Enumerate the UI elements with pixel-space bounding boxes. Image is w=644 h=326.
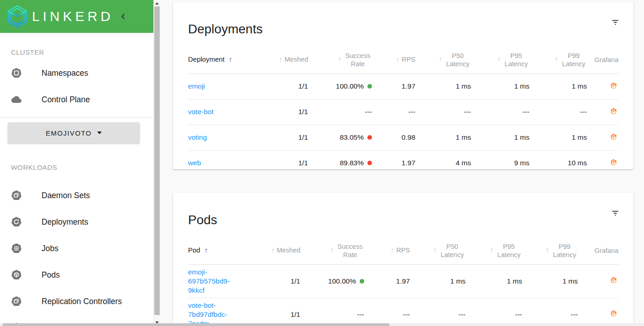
sort-arrow-icon: ↑ xyxy=(490,246,494,253)
namespace-selector-button[interactable]: EMOJIVOTO xyxy=(8,122,140,143)
pod-link[interactable]: emoji-697b575bd9-9kkcf xyxy=(188,268,242,295)
column-header-rps[interactable]: ↑RPS xyxy=(364,242,410,265)
sort-arrow-icon: ↑ xyxy=(271,246,275,254)
namespace-selector-label: EMOJIVOTO xyxy=(46,129,92,137)
column-header-p99-latency[interactable]: ↑P99 Latency xyxy=(529,52,587,74)
column-header-p95-latency[interactable]: ↑P95 Latency xyxy=(466,242,522,265)
meshed-cell: 1/1 xyxy=(266,125,308,150)
sort-arrow-icon: ↑ xyxy=(396,55,400,63)
p95-cell: 1 ms xyxy=(471,125,529,150)
deployment-link[interactable]: voting xyxy=(188,133,207,142)
p95-cell: 9 ms xyxy=(471,150,529,169)
sidebar-scrollbar-thumb[interactable] xyxy=(154,6,160,315)
sort-arrow-icon: ↑ xyxy=(391,246,394,254)
sidebar-item-label: Namespaces xyxy=(42,68,88,78)
deployments-card-title: Deployments xyxy=(188,22,262,37)
column-header-p50-latency[interactable]: ↑P50 Latency xyxy=(410,242,466,265)
workloads-section-caption: WORKLOADS xyxy=(11,163,153,171)
pods-icon xyxy=(11,269,22,280)
filter-list-icon xyxy=(611,209,620,218)
sidebar-header: LINKERD xyxy=(0,0,153,33)
pods-card-title: Pods xyxy=(188,213,217,227)
rps-cell: 0.98 xyxy=(372,125,415,150)
sidebar-scrollbar xyxy=(153,0,160,326)
column-header-meshed[interactable]: ↑Meshed xyxy=(242,242,300,265)
sort-arrow-icon: ↑ xyxy=(330,246,334,253)
p95-cell: --- xyxy=(466,298,522,326)
sidebar-item-control-plane[interactable]: Control Plane xyxy=(0,86,153,113)
success-rate-dot xyxy=(360,279,364,284)
grafana-icon[interactable] xyxy=(610,310,618,317)
p95-cell: 1 ms xyxy=(471,74,529,99)
column-header-p99-latency[interactable]: ↑P99 Latency xyxy=(522,242,578,265)
p95-cell: --- xyxy=(471,99,529,125)
p99-cell: 1 ms xyxy=(522,264,578,298)
sidebar-item-label: Jobs xyxy=(42,244,58,253)
pod-link[interactable]: vote-bot-7bd97dfbdc-7psdm xyxy=(188,301,242,326)
sort-arrow-icon: ↑ xyxy=(279,55,283,63)
app-title: LINKERD xyxy=(32,9,114,24)
column-header-rps[interactable]: ↑RPS xyxy=(372,52,415,74)
p99-cell: 1 ms xyxy=(529,74,587,99)
p50-cell: 1 ms xyxy=(415,125,471,150)
column-header-grafana: Grafana xyxy=(578,242,618,265)
sidebar-item-pods[interactable]: Pods xyxy=(0,262,153,288)
filter-list-icon xyxy=(611,18,620,27)
sort-arrow-icon: ↑ xyxy=(497,55,501,63)
sidebar-item-label: Replication Controllers xyxy=(42,297,122,306)
sidebar-item-namespaces[interactable]: Namespaces xyxy=(0,60,153,86)
table-row: voting 1/1 83.05% 0.98 1 ms 1 ms 1 ms xyxy=(188,125,618,150)
grafana-icon[interactable] xyxy=(610,276,618,284)
sidebar-collapse-button[interactable] xyxy=(118,11,128,21)
p99-cell: 1 ms xyxy=(529,125,587,150)
deployments-table: Deployment↑ ↑Meshed ↑Success Rate ↑RPS ↑… xyxy=(188,52,618,170)
meshed-cell: 1/1 xyxy=(242,298,300,326)
filter-button[interactable] xyxy=(609,16,622,29)
p50-cell: --- xyxy=(410,298,466,326)
column-header-p50-latency[interactable]: ↑P50 Latency xyxy=(415,52,471,74)
column-header-success-rate[interactable]: ↑Success Rate xyxy=(308,52,372,74)
horizontal-scrollbar-thumb[interactable] xyxy=(3,323,389,326)
caret-down-icon xyxy=(97,131,102,134)
grafana-icon[interactable] xyxy=(610,82,618,89)
scroll-up-arrow-icon[interactable] xyxy=(155,2,159,5)
sidebar-item-label: Deployments xyxy=(42,217,88,227)
success-rate-cell: 100.00% xyxy=(308,74,372,99)
cloud-icon xyxy=(11,94,22,105)
deployment-link[interactable]: vote-bot xyxy=(188,107,214,116)
sidebar-item-label: Control Plane xyxy=(42,95,90,105)
sidebar-item-jobs[interactable]: Jobs xyxy=(0,235,153,262)
sidebar-item-label: Pods xyxy=(42,270,60,280)
sidebar-item-replication-controllers[interactable]: Replication Controllers xyxy=(0,288,153,315)
namespaces-icon xyxy=(11,68,22,79)
column-header-p95-latency[interactable]: ↑P95 Latency xyxy=(471,52,529,74)
deployment-link[interactable]: emoji xyxy=(188,82,205,91)
main-content: Deployments Deployment↑ ↑Meshed ↑Success… xyxy=(160,0,644,326)
success-rate-cell: --- xyxy=(308,99,372,125)
meshed-cell: 1/1 xyxy=(266,99,308,125)
rps-cell: 1.97 xyxy=(372,74,415,99)
rps-cell: 1.97 xyxy=(364,264,410,298)
table-row: vote-bot-7bd97dfbdc-7psdm 1/1 --- --- --… xyxy=(188,298,618,326)
horizontal-scrollbar xyxy=(0,323,644,326)
grafana-icon[interactable] xyxy=(610,107,618,115)
success-rate-cell: 83.05% xyxy=(308,125,372,150)
sidebar-item-label: Daemon Sets xyxy=(42,191,90,200)
column-header-pod[interactable]: Pod↑ xyxy=(188,242,242,265)
column-header-meshed[interactable]: ↑Meshed xyxy=(266,52,308,74)
sidebar-divider xyxy=(0,117,153,118)
deployment-link[interactable]: web xyxy=(188,158,201,168)
sort-arrow-icon: ↑ xyxy=(204,246,208,254)
grafana-icon[interactable] xyxy=(610,133,618,141)
meshed-cell: 1/1 xyxy=(242,264,300,298)
rps-cell: --- xyxy=(364,298,410,326)
column-header-deployment[interactable]: Deployment↑ xyxy=(188,52,266,74)
sidebar-item-deployments[interactable]: Deployments xyxy=(0,209,153,235)
filter-button[interactable] xyxy=(609,207,622,220)
p99-cell: 10 ms xyxy=(529,150,587,169)
p95-cell: 1 ms xyxy=(466,264,522,298)
grafana-icon[interactable] xyxy=(610,158,618,166)
rps-cell: --- xyxy=(372,99,415,125)
column-header-success-rate[interactable]: ↑Success Rate xyxy=(300,242,364,265)
sidebar-item-daemon-sets[interactable]: Daemon Sets xyxy=(0,182,153,209)
